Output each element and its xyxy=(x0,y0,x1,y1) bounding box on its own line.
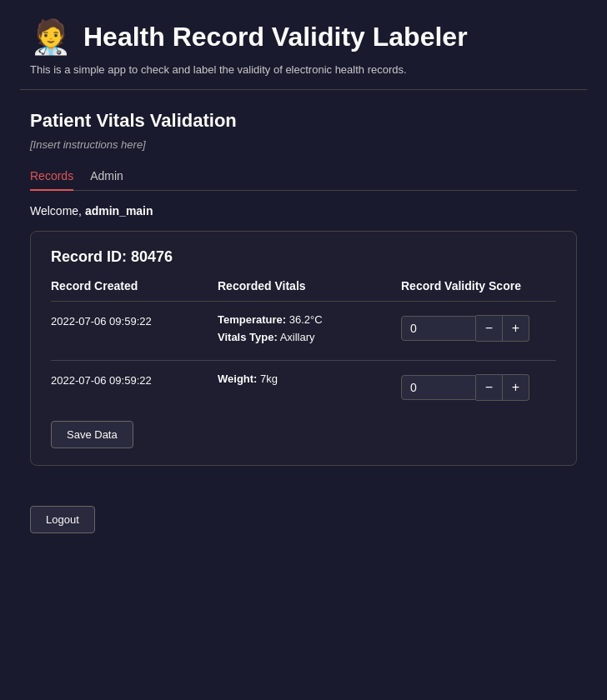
row1-datetime: 2022-07-06 09:59:22 xyxy=(51,313,218,328)
logout-button[interactable]: Logout xyxy=(30,506,95,533)
main-content: Patient Vitals Validation [Insert instru… xyxy=(0,90,607,502)
row2-weight: Weight: 7kg xyxy=(218,372,401,385)
row2-decrement-button[interactable]: − xyxy=(476,374,503,401)
row2-score-column: 0 − + xyxy=(401,372,556,401)
app-subtitle: This is a simple app to check and label … xyxy=(0,63,607,89)
row1-vitals: Temperature: 36.2°C Vitals Type: Axillar… xyxy=(218,313,401,348)
row1-increment-button[interactable]: + xyxy=(503,315,529,342)
row2-score-display: 0 xyxy=(401,375,476,400)
row1-temperature: Temperature: 36.2°C xyxy=(218,313,401,326)
instructions-text: [Insert instructions here] xyxy=(30,138,577,151)
app-header: 🧑‍⚕️ Health Record Validity Labeler xyxy=(0,0,607,63)
table-row: 2022-07-06 09:59:22 Weight: 7kg 0 − + xyxy=(51,360,556,412)
welcome-message: Welcome, admin_main xyxy=(30,204,577,218)
col-score: Record Validity Score xyxy=(401,279,556,292)
app-title: Health Record Validity Labeler xyxy=(83,22,468,52)
tab-bar: Records Admin xyxy=(30,164,577,191)
save-button[interactable]: Save Data xyxy=(51,421,133,448)
row1-type-value: Axillary xyxy=(278,331,315,343)
table-row: 2022-07-06 09:59:22 Temperature: 36.2°C … xyxy=(51,301,556,360)
username: admin_main xyxy=(85,204,153,218)
tab-admin[interactable]: Admin xyxy=(90,164,123,191)
row1-vitals-type: Vitals Type: Axillary xyxy=(218,331,401,343)
row1-score-column: 0 − + xyxy=(401,313,556,342)
row1-decrement-button[interactable]: − xyxy=(476,315,503,342)
row1-temp-value: 36.2°C xyxy=(286,313,323,326)
record-id: Record ID: 80476 xyxy=(51,248,556,266)
table-header: Record Created Recorded Vitals Record Va… xyxy=(51,279,556,292)
row2-vitals: Weight: 7kg xyxy=(218,372,401,390)
col-vitals: Recorded Vitals xyxy=(218,279,401,292)
row2-datetime: 2022-07-06 09:59:22 xyxy=(51,372,218,387)
row2-weight-label: Weight: xyxy=(218,372,257,385)
row2-score-control: 0 − + xyxy=(401,374,556,401)
row1-temp-label: Temperature: xyxy=(218,313,286,326)
tab-records[interactable]: Records xyxy=(30,164,73,191)
col-created: Record Created xyxy=(51,279,218,292)
record-card: Record ID: 80476 Record Created Recorded… xyxy=(30,231,577,466)
section-title: Patient Vitals Validation xyxy=(30,110,577,132)
row2-increment-button[interactable]: + xyxy=(503,374,529,401)
row1-type-label: Vitals Type: xyxy=(218,331,278,343)
app-emoji: 🧑‍⚕️ xyxy=(30,20,72,53)
row2-weight-value: 7kg xyxy=(257,372,278,385)
row1-score-control: 0 − + xyxy=(401,315,556,342)
row1-score-display: 0 xyxy=(401,316,476,341)
